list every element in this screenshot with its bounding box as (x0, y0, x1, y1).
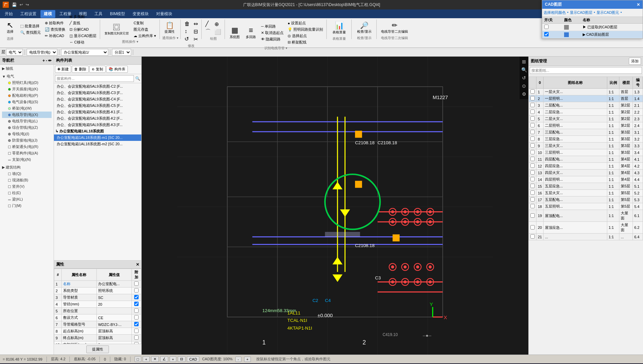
trim-btn[interactable]: ✂ (192, 36, 199, 43)
fill-cad-btn[interactable]: ✏补画CAD (43, 33, 67, 39)
floor-select[interactable]: 电气 (6, 49, 23, 56)
menu-item-bim[interactable]: BIM模型 (107, 10, 128, 18)
drawing-cell-check[interactable] (529, 190, 536, 196)
add-drawing-btn[interactable]: 添加 (629, 58, 641, 65)
props-cell-value[interactable]: 20 (96, 301, 131, 308)
delete-btn[interactable]: 🗑 (183, 21, 191, 27)
canvas-area[interactable]: ±0.000 1AL11 TCAL·N1I 4KTAP1·N1I C2 C4 C… (142, 57, 528, 355)
select-same-color-btn[interactable]: 选择相同颜色 (544, 10, 566, 15)
props-cell-check[interactable] (132, 341, 141, 344)
props-close-icon[interactable]: ✕ (136, 262, 139, 267)
quick-access-btn3[interactable]: ↪ (25, 2, 30, 7)
drawing-cell-check[interactable] (529, 102, 536, 109)
cad-layer-check-1[interactable] (544, 25, 549, 29)
new-comp-btn[interactable]: ✚ 新建 (55, 66, 71, 73)
pick-component-btn[interactable]: ⊕拾取构件 (43, 20, 67, 26)
comp-item-k1[interactable]: 办公、会议室配电箱5AL9系统图-K1 [F... (54, 109, 141, 115)
props-cell-value[interactable]: 层顶标高 (96, 335, 131, 341)
drawing-row-6[interactable]: 6 二层照明... 1:1 第2层 2.4 (529, 122, 643, 129)
comp-library-btn[interactable]: 📚 构件库 (106, 66, 128, 73)
drawing-row-14[interactable]: 14 四层照明... 1:1 第4层 4.4 (529, 176, 643, 183)
comp-item-c5[interactable]: 办公、会议室配电箱5AL9系统图-C5 [F... (54, 102, 141, 109)
drawing-cell-check[interactable] (529, 136, 536, 143)
drawing-cell-check[interactable] (529, 109, 536, 116)
drawing-row-8[interactable]: 8 三层应急... 1:1 第3层 3.2 (529, 136, 643, 143)
side-zoom-fit-btn[interactable]: ⊞ (520, 58, 528, 65)
menu-item-compare[interactable]: 对量模块 (153, 10, 176, 18)
props-cell-check[interactable] (132, 294, 141, 301)
drawing-cell-check[interactable] (529, 122, 536, 129)
ortho-btn[interactable]: + (143, 356, 149, 362)
side-rotate-btn[interactable]: ↺ (520, 74, 528, 82)
nav-item-tray-connector[interactable]: 桥架通头(电)(R) (2, 144, 52, 150)
quick-access-btn2[interactable]: ↩ (19, 2, 24, 7)
move-btn[interactable]: ↕ (183, 28, 191, 35)
drawing-row-18[interactable]: 18 五层照明... 1:1 第5层 5.4 (529, 203, 643, 210)
snap-btn[interactable]: □ (135, 356, 142, 362)
comp-item-m2[interactable]: 办公室配电箱1AL18系统图-m2 [SC 20... (54, 141, 141, 147)
angle-btn[interactable]: ∠ (160, 356, 168, 362)
drawing-cell-check[interactable] (529, 176, 536, 183)
draw-line-btn[interactable]: ╱ (204, 20, 212, 27)
nav-item-door[interactable]: 门(M) (2, 203, 52, 209)
set-start-btn[interactable]: ●设置起点 (286, 20, 324, 26)
nav-item-bracket[interactable]: 支架(电)(N) (2, 156, 52, 163)
nav-item-lightning[interactable]: 防雷接地(电)(J) (2, 137, 52, 144)
drawing-cell-check[interactable] (529, 234, 536, 240)
drawing-row-10[interactable]: 10 三层照明... 1:1 第3层 3.4 (529, 149, 643, 156)
draw-arc-btn[interactable]: ⌒ (204, 28, 212, 36)
copy-comp-btn[interactable]: ⊕ 复制 (89, 66, 106, 73)
select-start-btn[interactable]: ◎选择起点 (286, 33, 324, 39)
cancel-start-btn[interactable]: ✕取消选起点 (260, 30, 285, 36)
delete-comp-btn[interactable]: 🗑 删除 (72, 66, 89, 73)
props-cell-value[interactable]: 0 (96, 341, 131, 344)
submit-props-btn[interactable]: 提属性 (86, 345, 109, 353)
snap-toggle-btn[interactable]: ✕ (151, 356, 159, 362)
drawing-cell-check[interactable] (529, 89, 536, 95)
comp-item-c2[interactable]: 办公、会议室配电箱5AL9系统图-C2 [F... (54, 83, 141, 90)
props-cell-value[interactable]: 办公室配电... (96, 281, 131, 287)
nav-item-misc[interactable]: 零星构件(电)(A) (2, 150, 52, 156)
nav-item-beam[interactable]: 梁(KL) (2, 196, 52, 203)
c-move-btn[interactable]: ↔C移动 (68, 39, 98, 45)
get-properties-btn[interactable]: 📋 提属性 (162, 20, 177, 35)
table-calc-btn[interactable]: 📊 表格算量 (330, 20, 348, 36)
nav-minus-icon[interactable]: - (46, 58, 47, 63)
rotate-btn[interactable]: ↺ (183, 35, 191, 42)
props-cell-value[interactable]: CE (96, 314, 131, 321)
drawing-row-17[interactable]: 17 五层配电... 1:1 第5层 5.3 (529, 196, 643, 203)
nav-item-integrated[interactable]: 综合管线(电)(Z) (2, 124, 52, 131)
nav-building-header[interactable]: ▶ 建筑结构 (2, 164, 52, 171)
drawing-row-15[interactable]: 15 五层应急... 1:1 第5层 5.1 (529, 183, 643, 190)
props-cell-value[interactable]: SC (96, 294, 131, 301)
multi-circuit-btn[interactable]: ≡ 多回路 (243, 25, 258, 40)
offset-btn[interactable]: ⊟ (192, 28, 199, 35)
side-reset-btn[interactable]: ⊙ (520, 82, 528, 90)
drawing-row-7[interactable]: 7 三层配电... 1:1 第3层 3.1 (529, 129, 643, 136)
nav-add-icon[interactable]: + (42, 58, 45, 63)
nav-axis-header[interactable]: ▶ 轴线 (2, 65, 52, 72)
drawing-row-5[interactable]: 5 二层火灾... 1:1 第2层 2.3 (529, 116, 643, 122)
props-cell-value[interactable]: WDZC-BYJ-... (96, 321, 131, 328)
menu-item-start[interactable]: 开始 (1, 10, 16, 18)
drawing-row-20[interactable]: 20 屋顶应急... 1:1 大屋面 6.2 (529, 222, 643, 234)
nav-item-bus[interactable]: 母线(电)(I) (2, 131, 52, 137)
props-cell-check[interactable] (132, 321, 141, 328)
check-btn[interactable]: 🔎 检查/显示 (355, 20, 374, 35)
drawing-cell-check[interactable] (529, 170, 536, 176)
cad-layer-close-btn[interactable]: ✕ (637, 2, 640, 7)
show-cad-element-btn[interactable]: 显示CAD图元 (596, 10, 619, 15)
show-cad-layer-btn[interactable]: 显示CAD图层 (570, 10, 592, 15)
drawing-row-16[interactable]: 16 五层火灾... 1:1 第5层 5.2 (529, 190, 643, 196)
zoom-in-btn[interactable]: + (244, 357, 251, 362)
cloud-lib-btn[interactable]: ☁ 云构件库 ▾ (132, 33, 157, 39)
nav-item-slab[interactable]: 现浇板(B) (2, 177, 52, 183)
nav-item-lighting[interactable]: 照明灯具(电)(D) (2, 80, 52, 86)
drawing-search-input[interactable] (530, 67, 642, 74)
drawing-cell-check[interactable] (529, 196, 536, 203)
nav-item-switch[interactable]: 开关插座(电)(K) (2, 86, 52, 92)
menu-item-project[interactable]: 工程设置 (17, 10, 40, 18)
nav-item-shaft[interactable]: 竖井(V) (2, 183, 52, 190)
side-zoom-in-btn[interactable]: 🔍 (520, 66, 528, 73)
drawing-cell-check[interactable] (529, 222, 536, 234)
